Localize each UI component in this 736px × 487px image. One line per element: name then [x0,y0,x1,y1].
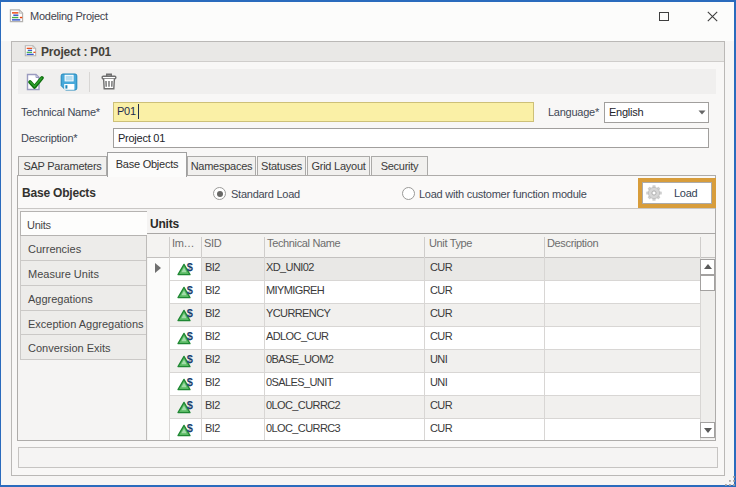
svg-text:$: $ [187,284,193,296]
svg-text:$: $ [187,330,193,342]
svg-text:$: $ [187,353,193,365]
svg-text:$: $ [187,399,193,411]
svg-text:$: $ [187,261,193,273]
svg-text:$: $ [187,422,193,434]
svg-text:$: $ [187,307,193,319]
svg-text:$: $ [187,376,193,388]
